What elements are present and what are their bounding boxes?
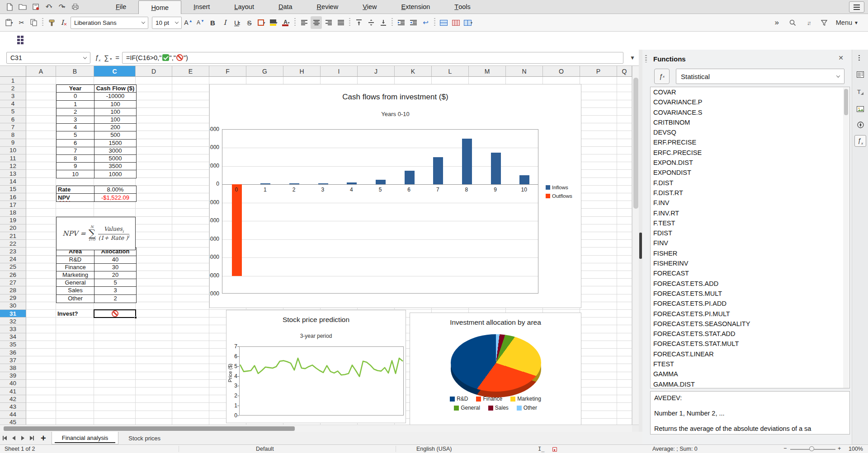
select-all-corner[interactable] <box>0 66 26 77</box>
save-icon[interactable] <box>31 2 41 12</box>
shrink-font-icon[interactable]: A▼ <box>195 16 206 29</box>
function-item-devsq[interactable]: DEVSQ <box>651 127 849 137</box>
borders-icon[interactable]: ▾ <box>256 16 267 29</box>
row-header-39[interactable]: 39 <box>0 372 26 380</box>
column-header-E[interactable]: E <box>172 66 209 77</box>
column-header-B[interactable]: B <box>56 66 94 77</box>
column-header-O[interactable]: O <box>543 66 580 77</box>
table-cell[interactable]: 0 <box>57 93 94 100</box>
table-cell[interactable]: 100 <box>94 101 136 108</box>
tab-extension[interactable]: Extension <box>389 0 443 14</box>
table-cell[interactable]: 8 <box>57 155 94 163</box>
table-cell[interactable]: Sales <box>57 287 94 294</box>
table-cell[interactable]: 1500 <box>94 140 136 147</box>
row-header-24[interactable]: 24 <box>0 256 26 263</box>
horizontal-scrollbar-thumb[interactable] <box>4 426 295 431</box>
table-cell[interactable]: Cash Flow ($) <box>94 85 136 93</box>
merge-cells-icon[interactable] <box>438 16 449 29</box>
row-header-41[interactable]: 41 <box>0 388 26 395</box>
merge-center-icon[interactable] <box>450 16 462 29</box>
table-cell[interactable]: R&D <box>57 256 94 264</box>
table-cell[interactable]: 1 <box>57 101 94 108</box>
tab-view[interactable]: View <box>350 0 389 14</box>
row-header-45[interactable]: 45 <box>0 419 26 425</box>
column-header-Q[interactable]: Q <box>617 66 632 77</box>
row-header-31[interactable]: 31 <box>0 310 26 318</box>
toolbar-overflow-icon[interactable]: » <box>771 16 783 29</box>
align-bottom-icon[interactable] <box>377 16 389 29</box>
wrap-text-icon[interactable]: ↩ <box>420 16 431 29</box>
function-item-f.test[interactable]: F.TEST <box>651 218 849 228</box>
row-header-25[interactable]: 25 <box>0 263 26 271</box>
name-box[interactable]: C31 <box>6 52 90 64</box>
panel-grip-icon[interactable] <box>645 55 647 62</box>
function-item-finv[interactable]: FINV <box>651 238 849 248</box>
column-header-P[interactable]: P <box>580 66 617 77</box>
formula-bar-expand-button[interactable]: ▼ <box>626 55 639 61</box>
print-icon[interactable] <box>70 2 80 12</box>
bar-chart[interactable]: Cash flows from investment ($) Years 0-1… <box>209 84 581 308</box>
sort-icon[interactable]: ↓↑ <box>803 16 814 29</box>
function-item-covariance.s[interactable]: COVARIANCE.S <box>651 107 849 117</box>
grow-font-icon[interactable]: A▲ <box>183 16 194 29</box>
function-list[interactable]: COVARCOVARIANCE.PCOVARIANCE.SCRITBINOMDE… <box>650 87 850 388</box>
zoom-in-icon[interactable]: + <box>838 445 841 452</box>
row-header-23[interactable]: 23 <box>0 248 26 255</box>
function-item-forecast.ets.stat.add[interactable]: FORECAST.ETS.STAT.ADD <box>651 329 849 339</box>
selected-cell-C31[interactable] <box>94 309 136 318</box>
first-sheet-icon[interactable] <box>0 434 9 443</box>
table-cell[interactable]: -$1,522.09 <box>94 194 136 201</box>
function-item-forecast.ets.mult[interactable]: FORECAST.ETS.MULT <box>651 289 849 299</box>
function-item-forecast.linear[interactable]: FORECAST.LINEAR <box>651 349 849 359</box>
column-header-N[interactable]: N <box>506 66 543 77</box>
row-header-18[interactable]: 18 <box>0 209 26 216</box>
autofilter-icon[interactable] <box>819 16 830 29</box>
table-cell[interactable]: Marketing <box>57 271 94 279</box>
row-header-29[interactable]: 29 <box>0 294 26 302</box>
row-header-37[interactable]: 37 <box>0 356 26 364</box>
styles-deck-icon[interactable]: T <box>854 86 866 98</box>
column-header-J[interactable]: J <box>358 66 395 77</box>
table-cell[interactable]: Finance <box>57 264 94 271</box>
row-header-43[interactable]: 43 <box>0 403 26 411</box>
language-status[interactable]: English (USA) <box>416 446 452 452</box>
table-cell[interactable]: 7 <box>57 147 94 155</box>
function-list-scrollbar-thumb[interactable] <box>844 89 848 115</box>
row-header-28[interactable]: 28 <box>0 286 26 294</box>
redo-icon[interactable]: ↷▾ <box>57 2 67 12</box>
row-header-5[interactable]: 5 <box>0 108 26 116</box>
row-header-2[interactable]: 2 <box>0 84 26 92</box>
function-item-forecast.ets.pi.mult[interactable]: FORECAST.ETS.PI.MULT <box>651 309 849 319</box>
invest-label-cell[interactable]: Invest? <box>56 310 94 318</box>
table-cell[interactable]: Rate <box>57 186 94 194</box>
functions-deck-icon[interactable]: ƒx <box>854 135 866 147</box>
table-cell[interactable]: 2 <box>57 108 94 116</box>
function-item-critbinom[interactable]: CRITBINOM <box>651 117 849 127</box>
table-cell[interactable]: General <box>57 279 94 287</box>
function-item-covar[interactable]: COVAR <box>651 87 849 97</box>
search-icon[interactable] <box>787 16 798 29</box>
next-sheet-icon[interactable] <box>18 434 27 443</box>
function-item-covariance.p[interactable]: COVARIANCE.P <box>651 97 849 107</box>
row-header-6[interactable]: 6 <box>0 116 26 123</box>
last-sheet-icon[interactable] <box>27 434 36 443</box>
close-icon[interactable]: ✕ <box>838 54 844 61</box>
sheet-tab-financial-analysis[interactable]: Financial analysis <box>52 432 119 444</box>
function-item-ftest[interactable]: FTEST <box>651 359 849 369</box>
column-header-D[interactable]: D <box>136 66 172 77</box>
sidebar-toggle-icon[interactable] <box>17 36 27 46</box>
column-header-G[interactable]: G <box>246 66 283 77</box>
row-header-9[interactable]: 9 <box>0 139 26 147</box>
row-header-21[interactable]: 21 <box>0 232 26 240</box>
align-top-icon[interactable] <box>353 16 364 29</box>
font-name-combobox[interactable]: Liberation Sans <box>71 17 148 29</box>
row-header-16[interactable]: 16 <box>0 193 26 201</box>
decrease-indent-icon[interactable] <box>408 16 419 29</box>
function-item-fdist[interactable]: FDIST <box>651 228 849 238</box>
table-cell[interactable]: 40 <box>94 256 136 264</box>
cut-icon[interactable]: ✂ <box>16 16 27 29</box>
table-cell[interactable]: 2 <box>94 295 136 303</box>
table-cell[interactable]: 20 <box>94 271 136 279</box>
row-header-1[interactable]: 1 <box>0 77 26 84</box>
row-header-35[interactable]: 35 <box>0 341 26 349</box>
